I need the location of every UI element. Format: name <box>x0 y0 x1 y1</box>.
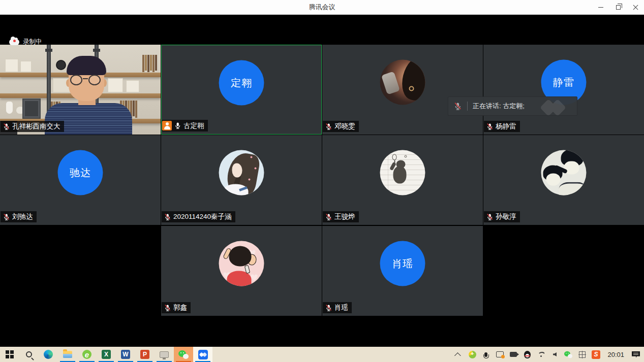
participant-namebar: 孔祥彬西南交大 <box>1 121 64 132</box>
avatar-initials: 定翱 <box>219 60 264 106</box>
participant-namebar: 王骏烨 <box>323 211 359 222</box>
host-icon <box>162 121 172 130</box>
restore-icon <box>616 5 621 10</box>
video-tile-yangjinglei[interactable]: 静雷 杨静雷 <box>483 45 644 135</box>
mic-muted-icon <box>325 123 332 130</box>
participant-name: 孔祥彬西南交大 <box>12 122 60 131</box>
close-button[interactable] <box>627 0 644 15</box>
participant-namebar: 刘驰达 <box>1 211 37 222</box>
participant-name: 2020114240秦子涵 <box>173 212 232 221</box>
chevron-up-icon <box>454 352 461 359</box>
mic-muted-icon <box>164 304 171 312</box>
window-controls <box>592 0 644 15</box>
avatar-image <box>541 150 587 195</box>
excel-icon: X <box>102 350 111 359</box>
taskbar-search-button[interactable] <box>19 347 39 362</box>
start-button[interactable] <box>0 347 19 362</box>
video-tile-sunjingchun[interactable]: 孙敬淳 <box>483 135 644 225</box>
taskbar-edge[interactable] <box>39 347 58 362</box>
close-icon <box>633 5 638 10</box>
participant-name: 杨静雷 <box>496 122 516 131</box>
ime-frame-icon <box>579 351 586 358</box>
participant-name: 邓晓雯 <box>334 122 355 131</box>
tray-microphone[interactable] <box>480 347 492 362</box>
system-tray: S 20:01 <box>452 347 644 362</box>
avatar-image <box>219 150 264 195</box>
screen-record-icon <box>496 351 504 357</box>
qq-icon <box>524 351 531 358</box>
powerpoint-icon: P <box>140 350 149 359</box>
video-tile-kongxiangbin[interactable]: 孔祥彬西南交大 <box>0 45 161 135</box>
windows-logo-icon <box>6 350 14 358</box>
mic-muted-icon <box>164 213 171 221</box>
internet-explorer-icon: e <box>82 350 91 359</box>
cloud-record-icon <box>9 39 19 45</box>
action-center-button[interactable] <box>630 347 642 362</box>
mic-muted-icon <box>325 213 332 221</box>
taskbar-word[interactable]: W <box>116 347 135 362</box>
video-tile-gudingao[interactable]: 定翱 古定翱 <box>161 45 322 135</box>
tray-camera[interactable] <box>507 347 519 362</box>
windows-taskbar: e X W P S 20:01 <box>0 347 644 362</box>
taskbar-excel[interactable]: X <box>97 347 116 362</box>
avatar-image: ♥♥♥♥ <box>219 241 264 286</box>
video-tile-wangjunye[interactable]: 王骏烨 <box>322 135 483 225</box>
avatar-image <box>380 150 425 195</box>
taskbar-apps: e X W P <box>0 347 212 362</box>
speaking-text: 正在讲话: 古定翱; <box>473 102 525 111</box>
taskbar-powerpoint[interactable]: P <box>135 347 155 362</box>
tray-sogou-input[interactable]: S <box>590 347 602 362</box>
taskbar-clock[interactable]: 20:01 <box>603 351 628 358</box>
participant-name: 王骏烨 <box>334 212 355 221</box>
tray-360-safe[interactable] <box>466 347 478 362</box>
video-tile-qinzihan[interactable]: 2020114240秦子涵 <box>161 135 322 225</box>
avatar-initials: 驰达 <box>58 150 103 195</box>
restore-button[interactable] <box>609 0 627 15</box>
tray-wechat[interactable] <box>562 347 574 362</box>
tray-screen-record[interactable] <box>494 347 506 362</box>
video-tile-guoxin[interactable]: ♥♥♥♥ 郭鑫 <box>161 226 322 316</box>
search-icon <box>26 351 32 357</box>
minimize-button[interactable] <box>592 0 609 15</box>
video-tile-liuchida[interactable]: 驰达 刘驰达 <box>0 135 161 225</box>
microphone-icon <box>484 352 487 357</box>
participant-name: 刘驰达 <box>12 212 33 221</box>
titlebar: 腾讯会议 <box>0 0 644 15</box>
participant-name: 古定翱 <box>183 121 204 130</box>
hidden-icons-chevron[interactable] <box>452 347 465 362</box>
taskbar-wechat[interactable] <box>174 347 193 362</box>
meeting-watermark-logo <box>538 99 574 116</box>
avatar-image <box>380 60 425 105</box>
participant-namebar: 古定翱 <box>162 120 208 131</box>
taskbar-projector-app[interactable] <box>155 347 174 362</box>
mic-muted-icon <box>3 213 10 221</box>
video-tile-xiaoyao[interactable]: 肖瑶 肖瑶 <box>322 226 483 316</box>
toast-divider <box>467 102 468 111</box>
taskbar-file-explorer[interactable] <box>58 347 77 362</box>
participant-namebar: 邓晓雯 <box>323 121 359 132</box>
360-safe-icon <box>469 351 476 358</box>
participant-name: 郭鑫 <box>173 303 187 312</box>
video-tile-dengxiaowen[interactable]: 邓晓雯 <box>322 45 483 135</box>
minimize-icon <box>598 7 603 8</box>
participant-namebar: 2020114240秦子涵 <box>162 211 235 222</box>
tray-qq[interactable] <box>521 347 533 362</box>
recording-indicator: 录制中 <box>9 38 42 46</box>
window-title: 腾讯会议 <box>309 3 335 12</box>
mic-muted-icon <box>325 304 332 312</box>
taskbar-tencent-meeting[interactable] <box>193 347 212 362</box>
mic-on-icon <box>174 122 181 129</box>
tray-volume[interactable] <box>548 347 561 362</box>
participant-namebar: 肖瑶 <box>323 302 352 313</box>
mic-muted-icon <box>486 213 494 221</box>
participant-namebar: 孙敬淳 <box>484 211 520 222</box>
tray-wifi[interactable] <box>535 347 547 362</box>
taskbar-internet-explorer[interactable]: e <box>77 347 97 362</box>
sogou-input-icon: S <box>592 350 600 359</box>
wechat-tray-icon <box>564 351 572 358</box>
participant-namebar: 郭鑫 <box>162 302 191 313</box>
participant-namebar: 杨静雷 <box>484 121 520 132</box>
tray-ime-frame[interactable] <box>576 347 588 362</box>
mic-muted-icon <box>3 123 10 130</box>
wechat-icon <box>178 350 189 359</box>
